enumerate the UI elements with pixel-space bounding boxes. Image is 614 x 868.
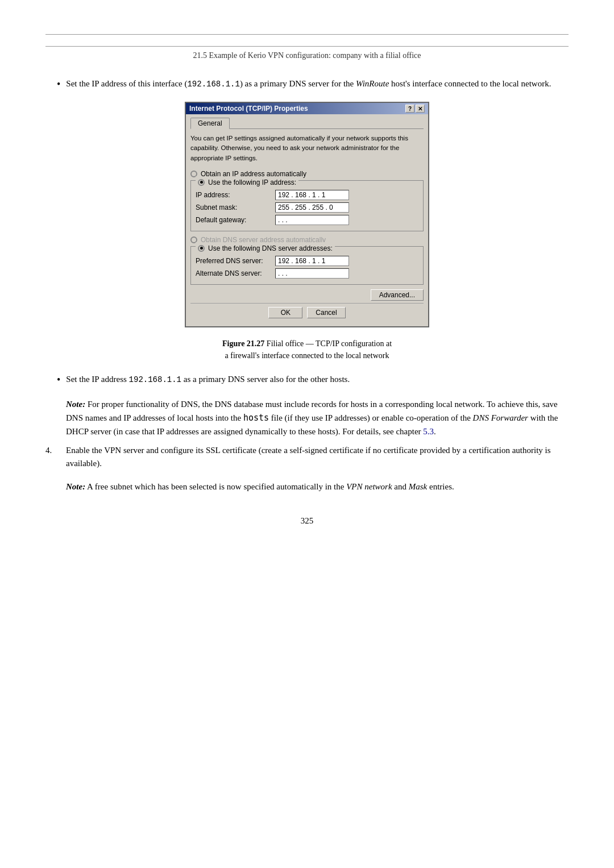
bullet-dot-2: • <box>57 373 60 387</box>
bullet1-ip: 192.168.1.1 <box>187 80 239 89</box>
dialog-body: General You can get IP settings assigned… <box>186 114 428 326</box>
bullet1-after: ) as a primary DNS server for the <box>240 79 356 88</box>
preferred-dns-row: Preferred DNS server: 192 . 168 . 1 . 1 <box>196 256 418 266</box>
radio-manual-ip-label: Use the following IP address: <box>208 178 296 186</box>
section-header: 21.5 Example of Kerio VPN configuration:… <box>45 46 569 60</box>
note1-italic1: DNS Forwarder <box>473 413 528 422</box>
bullet1-italic: WinRoute <box>356 79 389 88</box>
alternate-dns-label: Alternate DNS server: <box>196 269 275 277</box>
bullet2-after: as a primary DNS server also for the oth… <box>181 375 350 384</box>
figure-label: Figure 21.27 <box>222 339 264 348</box>
note2-text2: and <box>392 482 409 491</box>
note1-text4: . <box>434 427 436 436</box>
tab-general[interactable]: General <box>190 118 230 129</box>
bullet-item-2: • Set the IP address 192.168.1.1 as a pr… <box>57 373 569 387</box>
subnet-mask-input[interactable]: 255 . 255 . 255 . 0 <box>275 202 349 213</box>
gateway-row: Default gateway: . . . <box>196 215 418 225</box>
dialog-wrapper: Internet Protocol (TCP/IP) Properties ? … <box>45 102 569 327</box>
radio-manual-ip-item[interactable]: Use the following IP address: <box>198 178 296 186</box>
subnet-mask-row: Subnet mask: 255 . 255 . 255 . 0 <box>196 202 418 213</box>
radio-manual-dns-btn[interactable] <box>198 245 205 252</box>
note1-text2: file (if they use IP addresses) or enabl… <box>269 413 472 422</box>
bullet2-ip: 192.168.1.1 <box>129 375 181 384</box>
tcp-ip-dialog: Internet Protocol (TCP/IP) Properties ? … <box>185 102 429 327</box>
gateway-label: Default gateway: <box>196 216 275 224</box>
advanced-row: Advanced... <box>190 289 424 301</box>
page-number: 325 <box>45 516 569 526</box>
fieldset-manual-dns-legend: Use the following DNS server addresses: <box>196 242 335 255</box>
numbered-4-num: 4. <box>45 444 66 457</box>
ok-button[interactable]: OK <box>268 307 302 318</box>
gateway-input[interactable]: . . . <box>275 215 349 225</box>
note2-text: A free subnet which has been selected is… <box>85 482 346 491</box>
note2-italic1: VPN network <box>346 482 392 491</box>
fieldset-manual-ip-legend: Use the following IP address: <box>196 176 298 189</box>
ip-address-label: IP address: <box>196 191 275 199</box>
close-button[interactable]: ✕ <box>416 105 425 113</box>
cancel-button[interactable]: Cancel <box>307 307 345 318</box>
bullet1-end: host's interface connected to the local … <box>389 79 551 88</box>
numbered-item-4: 4. Enable the VPN server and configure i… <box>45 444 569 471</box>
advanced-button[interactable]: Advanced... <box>371 289 424 301</box>
radio-manual-dns-label: Use the following DNS server addresses: <box>208 244 333 252</box>
note1-code: hosts <box>243 413 269 423</box>
subnet-mask-label: Subnet mask: <box>196 203 275 211</box>
section-title: 21.5 Example of Kerio VPN configuration:… <box>193 51 421 60</box>
help-button[interactable]: ? <box>405 105 414 113</box>
figure-subtext: a firewall's interface connected to the … <box>225 351 389 360</box>
bullet1-before: Set the IP address of this interface ( <box>66 79 187 88</box>
ip-address-row: IP address: 192 . 168 . 1 . 1 <box>196 190 418 200</box>
note-2: Note: A free subnet which has been selec… <box>66 480 569 493</box>
note2-label: Note: <box>66 482 85 491</box>
alternate-dns-input[interactable]: . . . <box>275 268 349 279</box>
note1-link[interactable]: 5.3 <box>423 427 434 436</box>
bullet2-text: Set the IP address <box>66 375 128 384</box>
bullet-text-1: Set the IP address of this interface (19… <box>66 77 551 91</box>
dialog-description: You can get IP settings assigned automat… <box>190 134 424 163</box>
alternate-dns-row: Alternate DNS server: . . . <box>196 268 418 279</box>
fieldset-manual-dns: Use the following DNS server addresses: … <box>190 246 424 285</box>
preferred-dns-input[interactable]: 192 . 168 . 1 . 1 <box>275 256 349 266</box>
fieldset-manual-ip: Use the following IP address: IP address… <box>190 180 424 231</box>
bullet-dot-1: • <box>57 77 60 92</box>
radio-manual-ip-btn[interactable] <box>198 179 205 186</box>
dialog-titlebar: Internet Protocol (TCP/IP) Properties ? … <box>186 103 428 114</box>
note1-label: Note: <box>66 400 85 409</box>
dialog-footer: OK Cancel <box>190 303 424 322</box>
ip-address-input[interactable]: 192 . 168 . 1 . 1 <box>275 190 349 200</box>
note2-text3: entries. <box>427 482 454 491</box>
page: 21.5 Example of Kerio VPN configuration:… <box>0 0 614 868</box>
note-1: Note: For proper functionality of DNS, t… <box>66 397 569 438</box>
numbered-4-text: Enable the VPN server and configure its … <box>66 444 569 471</box>
figure-text: Filial office — TCP/IP configuration at <box>264 339 392 348</box>
tab-bar: General <box>190 118 424 129</box>
titlebar-buttons: ? ✕ <box>405 105 425 113</box>
radio-manual-dns-item[interactable]: Use the following DNS server addresses: <box>198 244 333 252</box>
figure-caption: Figure 21.27 Filial office — TCP/IP conf… <box>45 338 569 362</box>
bullet-item-1: • Set the IP address of this interface (… <box>57 77 569 92</box>
dialog-title-text: Internet Protocol (TCP/IP) Properties <box>189 105 405 113</box>
note2-italic2: Mask <box>409 482 428 491</box>
preferred-dns-label: Preferred DNS server: <box>196 257 275 265</box>
bullet-text-2: Set the IP address 192.168.1.1 as a prim… <box>66 373 350 387</box>
section-separator <box>45 34 569 35</box>
